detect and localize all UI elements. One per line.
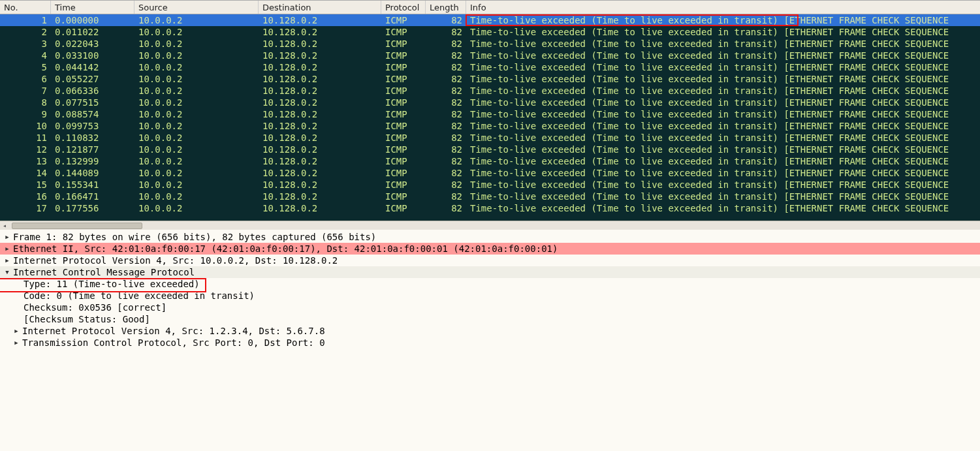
table-row[interactable]: 70.06633610.0.0.210.128.0.2ICMP82Time-to… [0, 85, 980, 97]
cell: 82 [426, 167, 466, 179]
table-row[interactable]: 50.04414210.0.0.210.128.0.2ICMP82Time-to… [0, 61, 980, 73]
cell: ICMP [381, 202, 426, 214]
cell: 14 [0, 167, 51, 179]
packet-list-pane: No. Time Source Destination Protocol Len… [0, 0, 980, 221]
cell: 1 [0, 14, 51, 26]
cell: ICMP [381, 50, 426, 61]
col-header-length[interactable]: Length [426, 1, 466, 14]
table-row[interactable]: 90.08857410.0.0.210.128.0.2ICMP82Time-to… [0, 108, 980, 120]
table-row[interactable]: 140.14408910.0.0.210.128.0.2ICMP82Time-t… [0, 167, 980, 179]
table-row[interactable]: 120.12187710.0.0.210.128.0.2ICMP82Time-t… [0, 144, 980, 155]
cell: 82 [426, 26, 466, 38]
detail-icmp-cksum-status-text: [Checksum Status: Good] [22, 313, 150, 325]
col-header-dest[interactable]: Destination [259, 1, 381, 14]
detail-icmp-text: Internet Control Message Protocol [12, 266, 195, 278]
cell: 0.055227 [51, 73, 134, 85]
cell: Time-to-live exceeded (Time to live exce… [466, 73, 980, 85]
cell: 0.099753 [51, 120, 134, 132]
col-header-no[interactable]: No. [0, 1, 51, 14]
table-row[interactable]: 130.13299910.0.0.210.128.0.2ICMP82Time-t… [0, 155, 980, 167]
detail-icmp-checksum-status[interactable]: [Checksum Status: Good] [0, 313, 980, 325]
cell: 10.0.0.2 [134, 38, 259, 50]
cell: 82 [426, 85, 466, 97]
cell: 10.0.0.2 [134, 61, 259, 73]
cell: 10.128.0.2 [259, 179, 381, 191]
detail-icmp-cksum-text: Checksum: 0x0536 [correct] [22, 302, 166, 313]
cell: 0.121877 [51, 144, 134, 155]
collapse-icon[interactable]: ▼ [3, 266, 12, 278]
cell: 4 [0, 50, 51, 61]
cell: ICMP [381, 38, 426, 50]
table-row[interactable]: 100.09975310.0.0.210.128.0.2ICMP82Time-t… [0, 120, 980, 132]
cell: 7 [0, 85, 51, 97]
cell: 82 [426, 38, 466, 50]
cell: 0.033100 [51, 50, 134, 61]
col-header-source[interactable]: Source [134, 1, 259, 14]
cell: 0.022043 [51, 38, 134, 50]
cell: 10.128.0.2 [259, 167, 381, 179]
expand-icon[interactable]: ▶ [3, 231, 12, 243]
table-row[interactable]: 40.03310010.0.0.210.128.0.2ICMP82Time-to… [0, 50, 980, 61]
cell: Time-to-live exceeded (Time to live exce… [466, 38, 980, 50]
cell: 82 [426, 97, 466, 108]
detail-icmp-checksum[interactable]: Checksum: 0x0536 [correct] [0, 302, 980, 313]
table-row[interactable]: 170.17755610.0.0.210.128.0.2ICMP82Time-t… [0, 202, 980, 214]
horizontal-scrollbar[interactable]: ◂ [0, 221, 980, 230]
detail-inner-tcp[interactable]: ▶ Transmission Control Protocol, Src Por… [0, 337, 980, 349]
cell: 6 [0, 73, 51, 85]
cell: Time-to-live exceeded (Time to live exce… [466, 167, 980, 179]
col-header-protocol[interactable]: Protocol [381, 1, 426, 14]
cell: 10.128.0.2 [259, 61, 381, 73]
cell: 0.132999 [51, 155, 134, 167]
cell: 10.128.0.2 [259, 132, 381, 144]
scroll-left-arrow-icon[interactable]: ◂ [0, 222, 9, 230]
detail-icmp[interactable]: ▼ Internet Control Message Protocol [0, 266, 980, 278]
cell: ICMP [381, 144, 426, 155]
cell: 82 [426, 202, 466, 214]
detail-icmp-code[interactable]: Code: 0 (Time to live exceeded in transi… [0, 290, 980, 302]
table-row[interactable]: 160.16647110.0.0.210.128.0.2ICMP82Time-t… [0, 191, 980, 202]
detail-frame[interactable]: ▶ Frame 1: 82 bytes on wire (656 bits), … [0, 231, 980, 243]
detail-inner-ip[interactable]: ▶ Internet Protocol Version 4, Src: 1.2.… [0, 325, 980, 337]
cell: Time-to-live exceeded (Time to live exce… [466, 61, 980, 73]
expand-icon[interactable]: ▶ [3, 243, 12, 255]
table-row[interactable]: 10.00000010.0.0.210.128.0.2ICMP82Time-to… [0, 14, 980, 26]
table-row[interactable]: 80.07751510.0.0.210.128.0.2ICMP82Time-to… [0, 97, 980, 108]
col-header-info[interactable]: Info [466, 1, 980, 14]
cell: Time-to-live exceeded (Time to live exce… [466, 97, 980, 108]
scrollbar-thumb[interactable] [12, 223, 142, 229]
cell: 82 [426, 132, 466, 144]
cell: 12 [0, 144, 51, 155]
cell: 10.0.0.2 [134, 167, 259, 179]
cell: ICMP [381, 191, 426, 202]
detail-ip[interactable]: ▶ Internet Protocol Version 4, Src: 10.0… [0, 255, 980, 266]
expand-icon[interactable]: ▶ [12, 337, 21, 349]
detail-ethernet[interactable]: ▶ Ethernet II, Src: 42:01:0a:f0:00:17 (4… [0, 243, 980, 255]
cell: 17 [0, 202, 51, 214]
cell: ICMP [381, 61, 426, 73]
cell: Time-to-live exceeded (Time to live exce… [466, 202, 980, 214]
table-row[interactable]: 60.05522710.0.0.210.128.0.2ICMP82Time-to… [0, 73, 980, 85]
cell: 0.000000 [51, 14, 134, 26]
table-row[interactable]: 20.01102210.0.0.210.128.0.2ICMP82Time-to… [0, 26, 980, 38]
detail-icmp-type[interactable]: Type: 11 (Time-to-live exceeded) [0, 278, 980, 290]
table-row[interactable]: 30.02204310.0.0.210.128.0.2ICMP82Time-to… [0, 38, 980, 50]
detail-ip-text: Internet Protocol Version 4, Src: 10.0.0… [12, 255, 338, 266]
cell: 10.128.0.2 [259, 108, 381, 120]
cell: 10.0.0.2 [134, 108, 259, 120]
cell: 0.155341 [51, 179, 134, 191]
col-header-time[interactable]: Time [51, 1, 134, 14]
expand-icon[interactable]: ▶ [12, 325, 21, 337]
table-row[interactable]: 150.15534110.0.0.210.128.0.2ICMP82Time-t… [0, 179, 980, 191]
cell: 10.0.0.2 [134, 132, 259, 144]
cell: 10.128.0.2 [259, 50, 381, 61]
cell: 10.128.0.2 [259, 202, 381, 214]
cell: ICMP [381, 85, 426, 97]
table-row[interactable]: 110.11083210.0.0.210.128.0.2ICMP82Time-t… [0, 132, 980, 144]
cell: Time-to-live exceeded (Time to live exce… [466, 50, 980, 61]
cell: 13 [0, 155, 51, 167]
cell: Time-to-live exceeded (Time to live exce… [466, 108, 980, 120]
detail-inner-ip-text: Internet Protocol Version 4, Src: 1.2.3.… [21, 325, 325, 337]
cell: Time-to-live exceeded (Time to live exce… [466, 155, 980, 167]
expand-icon[interactable]: ▶ [3, 255, 12, 266]
